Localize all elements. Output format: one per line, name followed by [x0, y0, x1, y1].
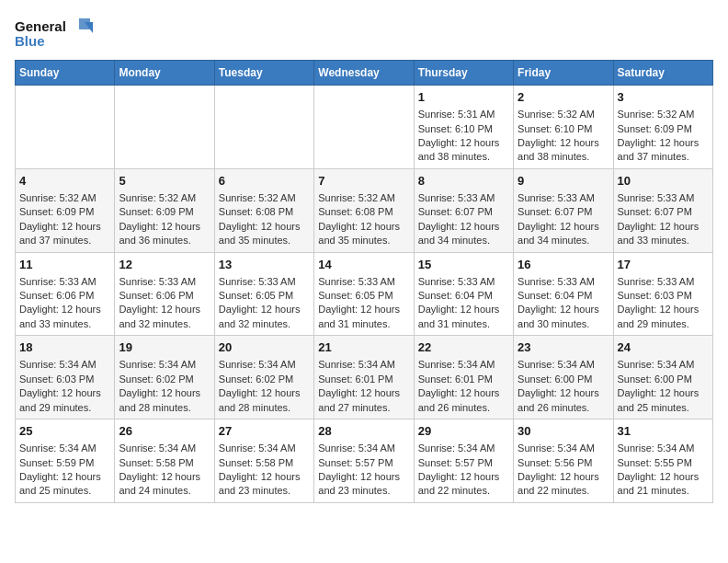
day-info: Sunrise: 5:33 AM — [418, 191, 509, 205]
calendar-body: 1Sunrise: 5:31 AMSunset: 6:10 PMDaylight… — [16, 86, 713, 503]
day-number: 14 — [318, 257, 409, 273]
calendar-table: SundayMondayTuesdayWednesdayThursdayFrid… — [15, 60, 713, 503]
calendar-week-5: 25Sunrise: 5:34 AMSunset: 5:59 PMDayligh… — [16, 419, 713, 503]
day-info: Daylight: 12 hours — [219, 386, 310, 400]
day-info: Sunset: 6:07 PM — [518, 205, 609, 219]
day-info: Sunset: 6:09 PM — [119, 205, 210, 219]
day-info: Daylight: 12 hours — [518, 220, 609, 234]
day-info: Sunrise: 5:34 AM — [19, 358, 110, 372]
day-info: Sunrise: 5:34 AM — [418, 358, 509, 372]
calendar-header: SundayMondayTuesdayWednesdayThursdayFrid… — [16, 61, 713, 86]
day-info: Sunrise: 5:33 AM — [119, 275, 210, 289]
day-number: 1 — [418, 89, 509, 106]
day-info: Daylight: 12 hours — [219, 470, 310, 484]
day-info: Sunrise: 5:33 AM — [19, 275, 110, 289]
day-info: Daylight: 12 hours — [518, 386, 609, 400]
day-number: 15 — [418, 257, 509, 273]
day-info: and 29 minutes. — [19, 401, 110, 415]
day-number: 18 — [19, 339, 110, 356]
day-info: Sunrise: 5:33 AM — [618, 275, 709, 289]
calendar-cell-2-7: 10Sunrise: 5:33 AMSunset: 6:07 PMDayligh… — [613, 168, 712, 252]
day-info: and 26 minutes. — [418, 401, 509, 415]
day-number: 31 — [618, 423, 709, 440]
day-number: 7 — [318, 173, 409, 190]
calendar-cell-3-2: 12Sunrise: 5:33 AMSunset: 6:06 PMDayligh… — [115, 252, 214, 336]
day-info: Sunset: 6:08 PM — [219, 205, 310, 219]
calendar-week-2: 4Sunrise: 5:32 AMSunset: 6:09 PMDaylight… — [16, 168, 713, 252]
calendar-cell-2-1: 4Sunrise: 5:32 AMSunset: 6:09 PMDaylight… — [16, 168, 115, 252]
day-number: 8 — [418, 173, 509, 190]
day-info: Sunset: 6:07 PM — [618, 205, 709, 219]
day-number: 29 — [418, 423, 509, 440]
day-info: Daylight: 12 hours — [119, 386, 210, 400]
day-number: 6 — [219, 173, 310, 190]
calendar-cell-2-6: 9Sunrise: 5:33 AMSunset: 6:07 PMDaylight… — [514, 168, 613, 252]
day-info: Sunrise: 5:31 AM — [418, 108, 509, 121]
calendar-cell-3-1: 11Sunrise: 5:33 AMSunset: 6:06 PMDayligh… — [16, 252, 115, 336]
day-info: Daylight: 12 hours — [119, 470, 210, 484]
header-day-sunday: Sunday — [16, 61, 115, 86]
day-info: Sunrise: 5:34 AM — [518, 358, 609, 372]
day-info: Sunset: 6:00 PM — [618, 373, 709, 386]
day-info: Sunrise: 5:32 AM — [618, 108, 709, 121]
day-info: Daylight: 12 hours — [318, 220, 409, 234]
day-info: Sunrise: 5:34 AM — [219, 442, 310, 455]
logo-svg: General Blue — [15, 15, 97, 56]
day-info: and 27 minutes. — [318, 401, 409, 415]
day-info: Daylight: 12 hours — [418, 220, 509, 234]
day-info: and 33 minutes. — [618, 234, 709, 247]
day-info: and 34 minutes. — [418, 234, 509, 247]
day-info: and 22 minutes. — [418, 484, 509, 498]
day-info: Sunrise: 5:34 AM — [618, 358, 709, 372]
day-info: Sunset: 6:06 PM — [19, 289, 110, 303]
day-info: Daylight: 12 hours — [19, 303, 110, 316]
calendar-cell-4-7: 24Sunrise: 5:34 AMSunset: 6:00 PMDayligh… — [613, 336, 712, 419]
day-info: and 25 minutes. — [19, 484, 110, 498]
day-info: Sunrise: 5:34 AM — [119, 442, 210, 455]
day-number: 26 — [119, 423, 210, 440]
day-info: Sunset: 6:07 PM — [418, 205, 509, 219]
day-info: Sunset: 5:59 PM — [19, 456, 110, 470]
svg-text:Blue: Blue — [15, 33, 45, 49]
day-info: and 26 minutes. — [518, 401, 609, 415]
day-info: Sunset: 6:00 PM — [518, 373, 609, 386]
header-day-friday: Friday — [514, 61, 613, 86]
day-number: 13 — [219, 257, 310, 273]
day-info: Sunrise: 5:32 AM — [318, 191, 409, 205]
day-info: Sunset: 5:57 PM — [418, 456, 509, 470]
day-info: and 28 minutes. — [219, 401, 310, 415]
day-info: Sunset: 6:01 PM — [418, 373, 509, 386]
calendar-cell-3-4: 14Sunrise: 5:33 AMSunset: 6:05 PMDayligh… — [314, 252, 414, 336]
header: General Blue — [15, 15, 713, 56]
header-row: SundayMondayTuesdayWednesdayThursdayFrid… — [16, 61, 713, 86]
day-info: Sunrise: 5:34 AM — [518, 442, 609, 455]
day-info: and 38 minutes. — [518, 150, 609, 164]
day-number: 3 — [618, 89, 709, 106]
day-info: Sunrise: 5:34 AM — [219, 358, 310, 372]
day-info: and 23 minutes. — [318, 484, 409, 498]
day-info: Daylight: 12 hours — [518, 136, 609, 150]
calendar-cell-3-6: 16Sunrise: 5:33 AMSunset: 6:04 PMDayligh… — [514, 252, 613, 336]
day-info: Sunrise: 5:33 AM — [418, 275, 509, 289]
day-info: Daylight: 12 hours — [618, 470, 709, 484]
day-info: Sunrise: 5:32 AM — [119, 191, 210, 205]
day-info: and 29 minutes. — [618, 317, 709, 331]
calendar-cell-1-2 — [115, 86, 214, 169]
day-number: 21 — [318, 339, 409, 356]
day-info: Sunrise: 5:32 AM — [219, 191, 310, 205]
calendar-week-3: 11Sunrise: 5:33 AMSunset: 6:06 PMDayligh… — [16, 252, 713, 336]
calendar-cell-2-2: 5Sunrise: 5:32 AMSunset: 6:09 PMDaylight… — [115, 168, 214, 252]
day-info: Daylight: 12 hours — [19, 386, 110, 400]
day-info: and 24 minutes. — [119, 484, 210, 498]
calendar-cell-1-1 — [16, 86, 115, 169]
day-number: 28 — [318, 423, 409, 440]
day-info: Sunrise: 5:33 AM — [618, 191, 709, 205]
day-info: Daylight: 12 hours — [119, 303, 210, 316]
calendar-cell-2-5: 8Sunrise: 5:33 AMSunset: 6:07 PMDaylight… — [414, 168, 513, 252]
day-info: Daylight: 12 hours — [418, 470, 509, 484]
header-day-saturday: Saturday — [613, 61, 712, 86]
day-info: Daylight: 12 hours — [618, 386, 709, 400]
day-info: Sunset: 6:01 PM — [318, 373, 409, 386]
calendar-cell-1-6: 2Sunrise: 5:32 AMSunset: 6:10 PMDaylight… — [514, 86, 613, 169]
day-number: 25 — [19, 423, 110, 440]
